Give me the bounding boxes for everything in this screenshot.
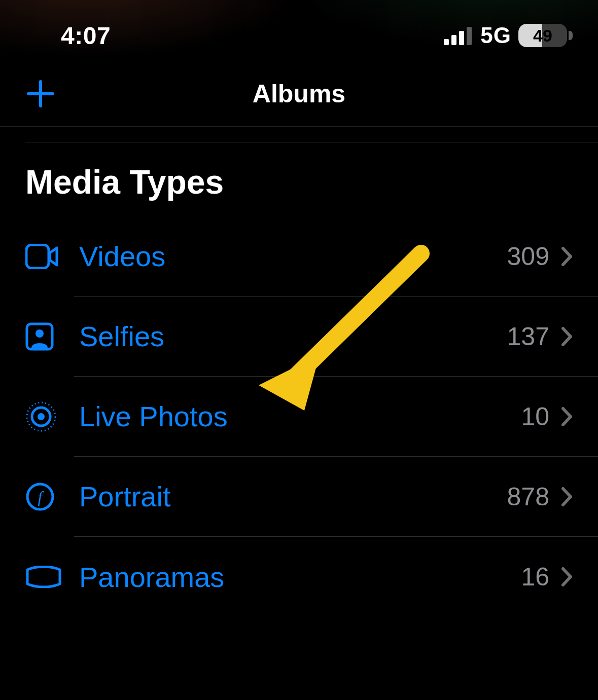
status-right: 5G 49 (444, 23, 573, 48)
chevron-right-icon (561, 407, 573, 426)
svg-text:f: f (38, 488, 45, 506)
row-label: Portrait (79, 480, 171, 513)
row-panoramas[interactable]: Panoramas 16 (0, 537, 598, 617)
add-album-button[interactable] (25, 79, 56, 109)
row-portrait[interactable]: f Portrait 878 (0, 457, 598, 537)
video-icon (25, 244, 74, 269)
svg-rect-2 (26, 245, 49, 268)
row-label: Panoramas (79, 561, 224, 594)
selfies-icon (25, 322, 74, 351)
chevron-right-icon (561, 247, 573, 266)
section-header-media-types: Media Types (0, 142, 598, 216)
status-time: 4:07 (61, 22, 111, 50)
network-type: 5G (480, 23, 511, 48)
row-count: 16 (521, 562, 549, 592)
row-count: 309 (507, 242, 549, 271)
battery-level: 49 (518, 24, 567, 47)
row-label: Videos (79, 240, 165, 273)
nav-bar: Albums (0, 61, 598, 127)
row-live-photos[interactable]: Live Photos 10 (0, 377, 598, 457)
chevron-right-icon (561, 327, 573, 346)
plus-icon (25, 79, 56, 109)
media-types-list: Videos 309 Selfies 137 (0, 216, 598, 617)
livephotos-icon (25, 401, 74, 432)
row-selfies[interactable]: Selfies 137 (0, 297, 598, 377)
status-bar: 4:07 5G 49 (0, 0, 598, 61)
page-title: Albums (253, 79, 345, 108)
panoramas-icon (25, 566, 74, 588)
row-count: 878 (507, 482, 549, 511)
row-count: 137 (507, 322, 549, 351)
chevron-right-icon (561, 487, 573, 506)
svg-point-4 (36, 329, 44, 338)
row-count: 10 (521, 402, 549, 431)
row-label: Selfies (79, 320, 164, 353)
portrait-icon: f (25, 482, 74, 511)
svg-point-7 (38, 413, 45, 420)
row-videos[interactable]: Videos 309 (0, 216, 598, 297)
battery-indicator: 49 (518, 24, 573, 47)
chevron-right-icon (561, 567, 573, 586)
row-label: Live Photos (79, 400, 228, 433)
cellular-signal-icon (444, 26, 473, 45)
